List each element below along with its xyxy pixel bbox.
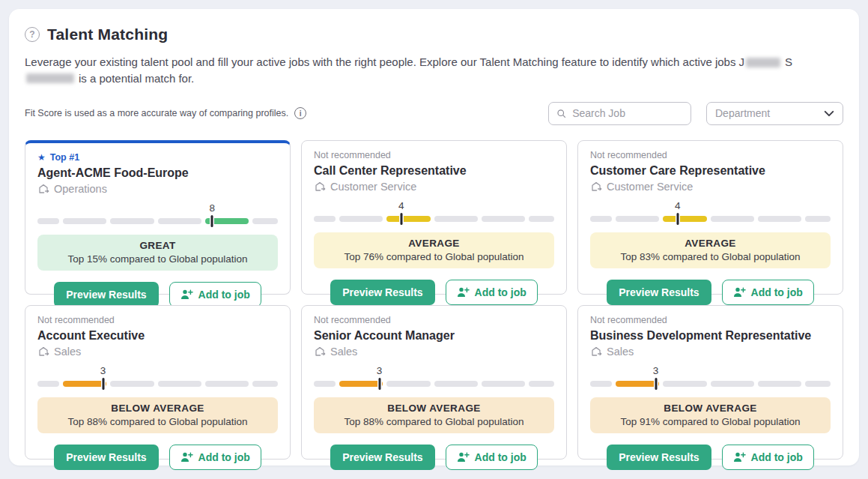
score-marker: [378, 378, 380, 390]
fit-level-comparison: Top 88% compared to Global population: [320, 416, 548, 427]
add-to-job-button[interactable]: Add to job: [722, 445, 814, 470]
cards-grid: ★ Top #1 Agent-ACME Food-Europe Operatio…: [25, 140, 843, 460]
recommendation-flag: Not recommended: [314, 149, 554, 162]
preview-results-button[interactable]: Preview Results: [607, 445, 711, 470]
department-icon: [314, 181, 326, 193]
score-bar-segment: [758, 216, 801, 222]
person-plus-icon: [457, 286, 470, 298]
job-match-card: ★ Top #1 Agent-ACME Food-Europe Operatio…: [25, 140, 291, 295]
score-bar-segment: [434, 381, 478, 387]
description-text-after: is a potential match for.: [79, 72, 194, 85]
fit-score-value: 4: [398, 200, 404, 211]
help-icon[interactable]: ?: [25, 27, 40, 42]
score-bar-segment: [386, 216, 430, 222]
page-header: ? Talent Matching: [25, 25, 843, 43]
toolbar: Fit Score is used as a more accurate way…: [25, 102, 843, 125]
search-job-input[interactable]: [572, 107, 683, 119]
fit-level-badge: BELOW AVERAGE Top 88% compared to Global…: [37, 397, 278, 433]
score-bar-segment: [529, 216, 554, 222]
job-title: Customer Care Representative: [590, 164, 831, 178]
score-bar-segment: [482, 216, 525, 222]
preview-results-button[interactable]: Preview Results: [607, 280, 711, 305]
score-bar-segment: [529, 381, 554, 387]
score-bar-segment: [386, 381, 430, 387]
score-bar-segment: [590, 216, 612, 222]
score-marker: [676, 213, 679, 225]
add-to-job-button[interactable]: Add to job: [169, 445, 261, 470]
preview-results-button[interactable]: Preview Results: [54, 282, 158, 307]
score-bar-segment: [758, 381, 801, 387]
search-job-box[interactable]: [548, 102, 691, 125]
page-title: Talent Matching: [47, 25, 168, 43]
score-bar-segment: [314, 216, 336, 222]
recommendation-flag-label: Not recommended: [590, 315, 667, 325]
card-actions: Preview Results Add to job: [37, 282, 278, 307]
add-to-job-button[interactable]: Add to job: [446, 280, 538, 305]
redacted-last-name: [26, 73, 74, 83]
preview-results-button[interactable]: Preview Results: [330, 280, 434, 305]
add-to-job-label: Add to job: [475, 451, 526, 463]
score-bar-segment: [205, 381, 249, 387]
add-to-job-button[interactable]: Add to job: [169, 282, 261, 307]
recommendation-flag: Not recommended: [37, 314, 278, 327]
add-to-job-label: Add to job: [198, 451, 250, 463]
score-bar-segments: [37, 381, 278, 387]
person-plus-icon: [180, 289, 193, 300]
add-to-job-label: Add to job: [751, 451, 803, 463]
recommendation-flag: Not recommended: [590, 149, 831, 162]
recommendation-flag-label: Not recommended: [314, 315, 391, 325]
score-marker: [102, 378, 104, 390]
fit-level-label: AVERAGE: [320, 238, 548, 249]
recommendation-flag-label: Top #1: [50, 152, 79, 163]
page-description: Leverage your existing talent pool and f…: [25, 54, 843, 87]
score-bar-segments: [590, 216, 831, 222]
score-bar-segment: [663, 381, 706, 387]
department-icon: [37, 346, 49, 358]
preview-results-button[interactable]: Preview Results: [330, 445, 434, 470]
score-bar-segment: [616, 381, 659, 387]
job-title: Senior Account Manager: [314, 329, 554, 343]
fit-level-label: GREAT: [43, 240, 272, 251]
job-title: Call Center Representative: [314, 164, 554, 178]
info-icon[interactable]: i: [294, 107, 306, 119]
job-match-card: Not recommended Business Development Rep…: [577, 305, 843, 460]
fit-level-comparison: Top 15% compared to Global population: [43, 253, 272, 265]
department-icon: [37, 183, 49, 195]
fit-level-label: BELOW AVERAGE: [596, 403, 825, 414]
fit-level-badge: BELOW AVERAGE Top 91% compared to Global…: [590, 397, 831, 433]
score-bar-segment: [110, 381, 154, 387]
fit-level-badge: GREAT Top 15% compared to Global populat…: [37, 235, 278, 271]
fit-level-badge: AVERAGE Top 83% compared to Global popul…: [590, 232, 831, 268]
fit-score-bar: 4: [590, 216, 831, 222]
job-department: Customer Service: [590, 181, 831, 193]
person-plus-icon: [733, 451, 746, 463]
card-actions: Preview Results Add to job: [314, 445, 554, 470]
department-icon: [590, 346, 602, 358]
preview-results-button[interactable]: Preview Results: [54, 445, 158, 470]
score-bar-segment: [805, 381, 831, 387]
score-marker: [655, 378, 657, 390]
fit-level-label: BELOW AVERAGE: [43, 403, 272, 414]
fit-score-value: 4: [675, 200, 681, 211]
card-actions: Preview Results Add to job: [590, 280, 831, 305]
recommendation-flag: ★ Top #1: [37, 151, 278, 164]
fit-score-bar: 4: [314, 216, 554, 222]
fit-level-comparison: Top 88% compared to Global population: [43, 416, 272, 427]
job-title: Business Development Representative: [590, 329, 831, 343]
recommendation-flag: Not recommended: [314, 314, 554, 327]
recommendation-flag-label: Not recommended: [590, 150, 667, 160]
toolbar-controls: Department: [548, 102, 843, 125]
add-to-job-button[interactable]: Add to job: [722, 280, 814, 305]
fit-score-value: 3: [377, 365, 383, 376]
score-bar-segment: [805, 216, 831, 222]
person-plus-icon: [180, 451, 193, 463]
department-select[interactable]: Department: [706, 102, 843, 125]
department-label: Customer Service: [330, 181, 416, 193]
recommendation-flag: Not recommended: [590, 314, 831, 327]
add-to-job-button[interactable]: Add to job: [446, 445, 538, 470]
department-label: Sales: [54, 346, 81, 358]
department-icon: [314, 346, 326, 358]
score-bar-segment: [314, 381, 336, 387]
card-actions: Preview Results Add to job: [590, 445, 831, 470]
score-bar-segments: [590, 381, 831, 387]
